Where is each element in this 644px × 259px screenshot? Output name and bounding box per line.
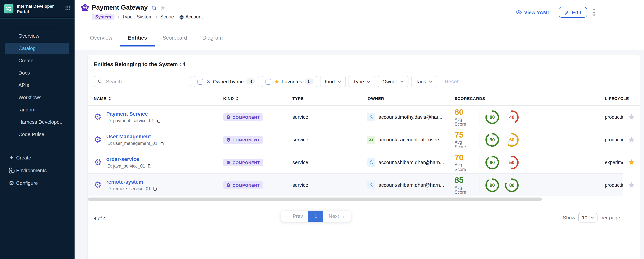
pagination-row: 4 of 4 ← Prev 1 Next → Show 10 per page (88, 208, 640, 231)
column-header-kind[interactable]: KIND (223, 91, 238, 106)
page-size-control: Show 10 per page (563, 213, 620, 222)
table-row[interactable]: ⚙order-serviceID: java_service_01⚙COMPON… (88, 151, 640, 174)
edit-button[interactable]: Edit (559, 7, 587, 18)
pencil-icon (565, 10, 570, 15)
lifecycle-value: production (605, 174, 623, 196)
reset-filters-button[interactable]: Reset (444, 78, 459, 84)
sidebar-footer-create[interactable]: +Create (0, 151, 74, 164)
entity-id: ID: remote_service_01 (106, 186, 157, 191)
svg-text:90: 90 (490, 137, 495, 142)
portal-logo-icon (4, 4, 14, 14)
chevron-down-icon (429, 80, 433, 83)
favorite-star-icon[interactable] (623, 151, 640, 174)
chevron-down-icon (337, 80, 341, 83)
table-row[interactable]: ⚙remote-systemID: remote_service_01⚙COMP… (88, 174, 640, 196)
sidebar-item-docs[interactable]: Docs (4, 67, 69, 78)
app-window: Internal Developer Portal OverviewCatalo… (0, 0, 644, 259)
entity-name-link[interactable]: order-service (106, 156, 152, 162)
page-number-button[interactable]: 1 (308, 210, 323, 222)
user-icon (367, 181, 376, 189)
copy-id-icon[interactable] (153, 186, 157, 191)
search-icon (98, 79, 102, 84)
chevron-down-icon (367, 80, 370, 83)
filter-dropdown-kind[interactable]: Kind (320, 76, 346, 87)
filter-dropdown-owner[interactable]: Owner (378, 76, 408, 87)
page-size-select[interactable]: 10 (578, 213, 597, 222)
copy-title-icon[interactable] (151, 5, 156, 10)
table-row[interactable]: ⚙User ManagementID: user_management_01⚙C… (88, 128, 640, 151)
score-ring: 50 (504, 155, 519, 170)
next-page-button[interactable]: Next → (323, 210, 351, 222)
entity-name-link[interactable]: Payment Service (106, 111, 160, 117)
copy-id-icon[interactable] (159, 141, 164, 146)
entity-name-link[interactable]: remote-system (106, 179, 157, 185)
column-header-owner: OWNER (368, 91, 384, 106)
kind-badge: ⚙COMPONENT (223, 136, 263, 144)
gear-icon: ⚙ (226, 160, 230, 165)
entity-id: ID: java_service_01 (106, 164, 152, 168)
entities-card: Entities Belonging to the System : 4 (88, 55, 640, 259)
sidebar-item-workflows[interactable]: Workflows (4, 92, 69, 103)
owner-value: account/_account_all_users (378, 137, 440, 142)
sidebar-item-catalog[interactable]: Catalog (4, 42, 69, 54)
entity-name-link[interactable]: User Management (106, 134, 164, 140)
owner-cell: account/shibam.dhar@harn... (367, 151, 444, 174)
column-header-name[interactable]: NAME (94, 91, 111, 106)
avg-score-value: 75 (454, 130, 474, 138)
svg-text:50: 50 (509, 160, 514, 165)
copy-id-icon[interactable] (156, 118, 160, 123)
favorites-checkbox[interactable] (266, 78, 271, 84)
owned-by-me-filter[interactable]: Owned by me 3 (194, 76, 259, 87)
avg-score-label: Avg Score (454, 117, 474, 126)
tab-diagram[interactable]: Diagram (195, 34, 230, 46)
user-icon (367, 158, 376, 166)
favorite-star-icon[interactable] (623, 128, 640, 151)
favorites-filter[interactable]: Favorites 0 (262, 76, 318, 87)
avg-score-value: 60 (454, 108, 474, 116)
component-gear-icon: ⚙ (94, 135, 102, 144)
gear-icon: ⚙ (7, 180, 16, 186)
tab-scorecard[interactable]: Scorecard (155, 34, 195, 46)
svg-text:80: 80 (490, 114, 495, 120)
lifecycle-value: experimental (605, 151, 623, 174)
meta-type: Type : System (122, 14, 152, 20)
pagination-pill: ← Prev 1 Next → (281, 210, 351, 222)
score-ring: 90 (485, 155, 500, 170)
breadcrumb: System Type : System Scope : Account (92, 14, 203, 20)
filter-dropdown-type[interactable]: Type (348, 76, 375, 87)
view-yaml-link[interactable]: View YAML (516, 9, 550, 15)
tab-entities[interactable]: Entities (120, 34, 155, 46)
scorecards-cell: 75Avg Score9060 (454, 128, 524, 151)
prev-page-button[interactable]: ← Prev (281, 210, 308, 222)
tab-overview[interactable]: Overview (82, 34, 120, 46)
kebab-menu-icon[interactable] (593, 9, 595, 16)
scrollbar-thumb[interactable] (88, 198, 542, 201)
sidebar-footer-environments[interactable]: Environments (0, 164, 74, 176)
filter-dropdown-tags[interactable]: Tags (411, 76, 437, 87)
lifecycle-value: production (605, 128, 623, 151)
sidebar-item-code-pulse[interactable]: Code Pulse (4, 128, 69, 140)
column-header-type: TYPE (292, 91, 304, 106)
sidebar-footer-configure[interactable]: ⚙Configure (0, 176, 74, 189)
column-header-scorecards: SCORECARDS (454, 91, 485, 106)
svg-text:40: 40 (509, 114, 514, 120)
user-icon (206, 79, 211, 84)
sidebar-item-random[interactable]: random (4, 104, 69, 116)
favorite-title-star-icon[interactable] (160, 5, 166, 10)
scorecards-cell: 85Avg Score9080 (454, 174, 524, 196)
favorite-star-icon[interactable] (623, 106, 640, 128)
owned-by-me-checkbox[interactable] (198, 78, 203, 84)
sidebar-item-harness-develope-[interactable]: Harness Develope... (4, 116, 69, 128)
sidebar-item-overview[interactable]: Overview (4, 30, 69, 42)
favorite-star-icon[interactable] (623, 174, 640, 196)
owned-count-badge: 3 (246, 78, 255, 84)
sidebar-item-create[interactable]: Create (4, 55, 69, 66)
arrow-right-icon: → (339, 213, 345, 219)
table-row[interactable]: ⚙Payment ServiceID: payment_service_01⚙C… (88, 106, 640, 128)
apps-grid-icon[interactable] (65, 5, 71, 12)
component-gear-icon: ⚙ (94, 112, 102, 122)
sidebar-item-apis[interactable]: APIs (4, 79, 69, 91)
copy-id-icon[interactable] (147, 164, 152, 168)
search-input[interactable] (105, 78, 187, 85)
lifecycle-value: production (605, 106, 623, 128)
